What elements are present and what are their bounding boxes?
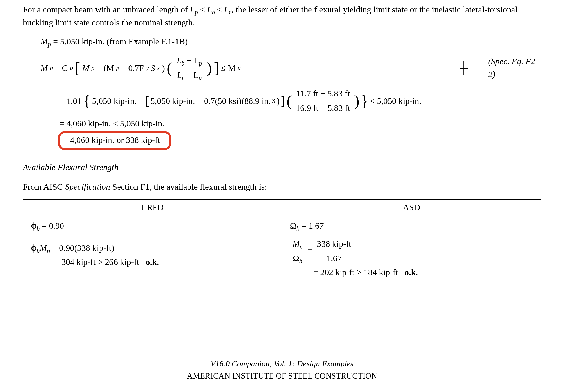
lrfd-header: LRFD: [23, 200, 282, 215]
mn-numeric-substitution: = 1.01 { 5,050 kip-in. − [ 5,050 kip-in.…: [59, 87, 541, 115]
available-strength-heading: Available Flexural Strength: [23, 161, 541, 174]
asd-header: ASD: [282, 200, 541, 215]
page-footer: V16.0 Companion, Vol. 1: Design Examples…: [0, 357, 564, 382]
lrfd-cell: ϕb = 0.90 ϕbMn = 0.90(338 kip-ft) = 304 …: [23, 215, 282, 285]
highlighted-result: = 4,060 kip-in. or 338 kip-ft: [58, 131, 171, 150]
equation-reference: (Spec. Eq. F2-2): [488, 55, 541, 81]
design-comparison-table: LRFD ASD ϕb = 0.90 ϕbMn = 0.90(338 kip-f…: [23, 199, 541, 285]
asd-cell: Ωb = 1.67 Mn Ωb = 338 kip-ft 1.67 = 202 …: [282, 215, 541, 285]
text-cursor-icon: ┼: [460, 59, 468, 76]
mp-value-line: Mp = 5,050 kip-in. (from Example F.1-1B): [41, 35, 541, 48]
available-strength-text: From AISC Specification Section F1, the …: [23, 180, 541, 193]
mn-comparison-line: = 4,060 kip-in. < 5,050 kip-in.: [59, 117, 541, 130]
intro-paragraph: For a compact beam with an unbraced leng…: [23, 3, 541, 29]
mn-equation: Mn = Cb [ Mp − (Mp − 0.7Fy Sx ) ( Lb − L…: [41, 54, 541, 81]
